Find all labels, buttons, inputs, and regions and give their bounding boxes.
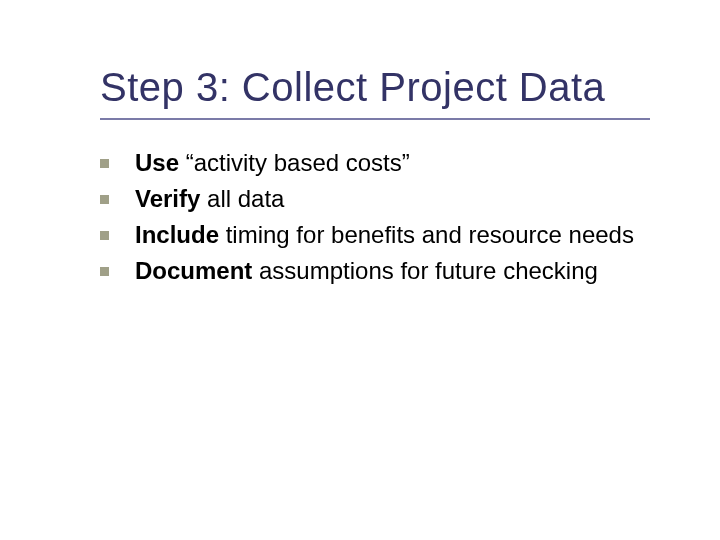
bullet-bold: Include — [135, 221, 219, 248]
bullet-bold: Use — [135, 149, 179, 176]
list-item: Use “activity based costs” — [100, 145, 660, 181]
bullet-text: timing for benefits and resource needs — [219, 221, 634, 248]
slide-title: Step 3: Collect Project Data — [100, 65, 660, 110]
bullet-text: all data — [200, 185, 284, 212]
bullet-text: assumptions for future checking — [252, 257, 598, 284]
bullet-bold: Verify — [135, 185, 200, 212]
title-underline — [100, 118, 650, 120]
list-item: Verify all data — [100, 181, 660, 217]
list-item: Include timing for benefits and resource… — [100, 217, 660, 253]
bullet-list: Use “activity based costs” Verify all da… — [100, 145, 660, 289]
slide: Step 3: Collect Project Data Use “activi… — [0, 0, 720, 540]
bullet-text: “activity based costs” — [179, 149, 410, 176]
bullet-bold: Document — [135, 257, 252, 284]
list-item: Document assumptions for future checking — [100, 253, 660, 289]
